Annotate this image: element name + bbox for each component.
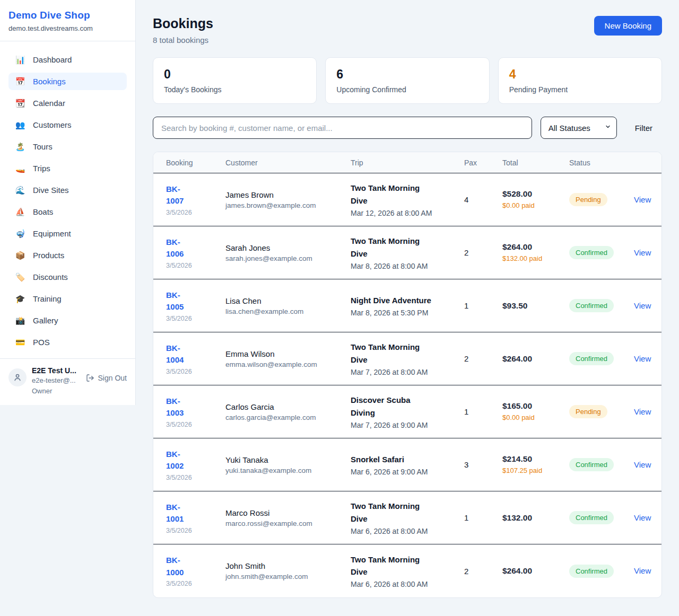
view-link[interactable]: View xyxy=(634,354,651,363)
booking-id-link[interactable]: BK-1000 xyxy=(166,555,196,578)
speedboat-icon: 🚤 xyxy=(15,164,25,172)
sidebar-item-products[interactable]: 📦 Products xyxy=(8,247,127,264)
sidebar-item-dive-sites[interactable]: 🌊 Dive Sites xyxy=(8,181,127,199)
view-link[interactable]: View xyxy=(634,195,651,204)
trip-name: Discover Scuba Diving xyxy=(351,394,433,419)
camera-flash-icon: 📸 xyxy=(15,316,25,324)
booking-date: 3/5/2026 xyxy=(166,209,225,216)
trip-name: Night Dive Adventure xyxy=(351,294,433,306)
customer-email: yuki.tanaka@example.com xyxy=(225,467,351,474)
table-row: BK-1003 3/5/2026 Carlos Garcia carlos.ga… xyxy=(153,385,661,438)
sidebar-item-label: Training xyxy=(33,294,62,303)
view-link[interactable]: View xyxy=(634,407,651,416)
booking-id-link[interactable]: BK-1006 xyxy=(166,236,196,260)
search-input[interactable] xyxy=(153,117,532,139)
avatar xyxy=(8,368,27,386)
status-badge: Confirmed xyxy=(569,352,614,365)
customer-name: Lisa Chen xyxy=(225,296,351,305)
stat-label: Upcoming Confirmed xyxy=(336,85,478,94)
bookings-table-body: BK-1007 3/5/2026 James Brown james.brown… xyxy=(153,173,661,597)
trip-datetime: Mar 7, 2026 at 8:00 AM xyxy=(351,368,464,376)
stat-label: Pending Payment xyxy=(509,85,651,94)
sidebar-nav: 📊 Dashboard 📅 Bookings 📆 Calendar 👥 Cust… xyxy=(0,41,135,358)
customer-email: carlos.garcia@example.com xyxy=(225,413,351,421)
sidebar-item-trips[interactable]: 🚤 Trips xyxy=(8,160,127,177)
shop-brand: Demo Dive Shop demo.test.divestreams.com xyxy=(0,0,135,41)
sidebar-item-dashboard[interactable]: 📊 Dashboard xyxy=(8,51,127,68)
customer-name: Yuki Tanaka xyxy=(225,455,351,464)
stat-pending-payment: 4 Pending Payment xyxy=(498,57,662,104)
filter-button[interactable]: Filter xyxy=(625,124,662,133)
view-link[interactable]: View xyxy=(634,248,651,257)
filter-row: All Statuses Filter xyxy=(153,117,662,139)
view-link[interactable]: View xyxy=(634,566,651,575)
sidebar-item-training[interactable]: 🎓 Training xyxy=(8,290,127,307)
view-link[interactable]: View xyxy=(634,301,651,310)
booking-id-link[interactable]: BK-1002 xyxy=(166,448,196,472)
sidebar-item-label: Products xyxy=(33,251,64,260)
sidebar-item-equipment[interactable]: 🤿 Equipment xyxy=(8,225,127,242)
trip-name: Snorkel Safari xyxy=(351,453,433,465)
customer-email: emma.wilson@example.com xyxy=(225,360,351,368)
sidebar-item-label: Gallery xyxy=(33,316,58,325)
sidebar-item-gallery[interactable]: 📸 Gallery xyxy=(8,312,127,329)
status-badge: Pending xyxy=(569,193,607,206)
sidebar-item-label: Trips xyxy=(33,164,50,173)
booking-id-link[interactable]: BK-1003 xyxy=(166,395,196,419)
table-row: BK-1007 3/5/2026 James Brown james.brown… xyxy=(153,173,661,226)
paid-amount: $0.00 paid xyxy=(502,201,553,210)
shop-domain: demo.test.divestreams.com xyxy=(8,24,127,32)
status-filter: All Statuses xyxy=(541,117,617,139)
bar-chart-icon: 📊 xyxy=(15,56,25,64)
sidebar-item-pos[interactable]: 💳 POS xyxy=(8,333,127,351)
sidebar-item-bookings[interactable]: 📅 Bookings xyxy=(8,73,127,90)
total-bookings-count: 8 total bookings xyxy=(153,36,213,45)
user-info: E2E Test U... e2e-tester@... Owner xyxy=(32,366,81,395)
total-amount: $264.00 xyxy=(502,354,569,364)
trip-name: Two Tank Morning Dive xyxy=(351,235,433,260)
table-row: BK-1000 3/5/2026 John Smith john.smith@e… xyxy=(153,544,661,597)
sidebar-item-discounts[interactable]: 🏷️ Discounts xyxy=(8,268,127,286)
view-link[interactable]: View xyxy=(634,460,651,469)
stat-upcoming-confirmed: 6 Upcoming Confirmed xyxy=(325,57,489,104)
customer-name: James Brown xyxy=(225,190,351,199)
trip-datetime: Mar 8, 2026 at 5:30 PM xyxy=(351,309,464,317)
graduation-cap-icon: 🎓 xyxy=(15,295,25,303)
pax-count: 1 xyxy=(464,407,502,416)
column-pax: Pax xyxy=(464,159,502,167)
view-link[interactable]: View xyxy=(634,513,651,522)
sidebar-item-label: Dive Sites xyxy=(33,186,69,195)
status-select[interactable]: All Statuses xyxy=(541,117,617,139)
new-booking-button[interactable]: New Booking xyxy=(594,16,662,36)
booking-id-link[interactable]: BK-1001 xyxy=(166,501,196,525)
island-icon: 🏝️ xyxy=(15,143,25,151)
calendar-icon: 📅 xyxy=(15,77,25,85)
sidebar-item-customers[interactable]: 👥 Customers xyxy=(8,116,127,134)
customer-name: Marco Rossi xyxy=(225,508,351,517)
pax-count: 4 xyxy=(464,195,502,204)
main-content: Bookings 8 total bookings New Booking 0 … xyxy=(136,0,679,615)
user-section: E2E Test U... e2e-tester@... Owner Sign … xyxy=(0,358,135,405)
sidebar-item-tours[interactable]: 🏝️ Tours xyxy=(8,138,127,155)
paid-amount: $132.00 paid xyxy=(502,254,553,263)
status-badge: Confirmed xyxy=(569,246,614,259)
stat-value: 0 xyxy=(164,67,306,82)
sailboat-icon: ⛵ xyxy=(15,208,25,216)
column-status: Status xyxy=(569,159,634,167)
pax-count: 1 xyxy=(464,513,502,522)
page-header: Bookings 8 total bookings New Booking xyxy=(153,16,662,45)
sidebar-item-boats[interactable]: ⛵ Boats xyxy=(8,203,127,221)
booking-id-link[interactable]: BK-1004 xyxy=(166,342,196,366)
customer-name: Carlos Garcia xyxy=(225,402,351,411)
total-amount: $132.00 xyxy=(502,513,569,523)
pax-count: 2 xyxy=(464,248,502,257)
booking-id-link[interactable]: BK-1005 xyxy=(166,289,196,313)
column-total: Total xyxy=(502,159,569,167)
shop-name[interactable]: Demo Dive Shop xyxy=(8,10,127,21)
sidebar-item-calendar[interactable]: 📆 Calendar xyxy=(8,94,127,112)
total-amount: $165.00 xyxy=(502,401,569,411)
total-amount: $93.50 xyxy=(502,301,569,311)
booking-id-link[interactable]: BK-1007 xyxy=(166,183,196,207)
sign-out-button[interactable]: Sign Out xyxy=(86,374,127,382)
paid-amount: $0.00 paid xyxy=(502,413,553,423)
